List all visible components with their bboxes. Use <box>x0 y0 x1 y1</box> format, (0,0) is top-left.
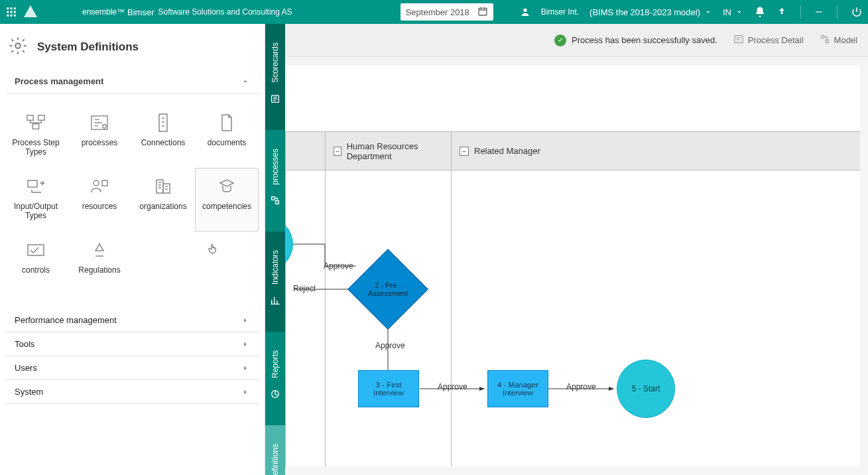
language-selector[interactable]: IN <box>723 7 743 17</box>
section-performance-management[interactable]: Performance management <box>5 308 259 332</box>
competencies-icon <box>217 175 237 198</box>
chevron-down-icon <box>735 8 743 16</box>
chevron-down-icon <box>704 8 712 16</box>
vtab-processes[interactable]: processes <box>265 130 285 232</box>
edge-label-approve-3: Approve <box>438 382 467 391</box>
lane-body-manager[interactable] <box>452 170 860 467</box>
main: System Definitions Process management Pr… <box>0 24 868 475</box>
lane-body-0[interactable] <box>286 170 326 467</box>
scorecards-icon <box>270 94 280 106</box>
processes-icon <box>90 111 109 134</box>
tile-processes[interactable]: processes <box>68 104 131 168</box>
vtab-indicators[interactable]: Indicators <box>265 232 285 332</box>
tile-organizations[interactable]: organizations <box>131 168 195 232</box>
logo-icon <box>23 3 76 21</box>
svg-rect-12 <box>816 11 822 12</box>
svg-rect-32 <box>826 40 828 42</box>
process-detail-label: Process Detail <box>748 35 804 45</box>
svg-rect-22 <box>156 180 163 193</box>
brand-label: ensemble™ <box>82 7 125 17</box>
tile-label: resources <box>80 202 120 211</box>
model-selector[interactable]: (BIMS the 2018-2023 model) <box>589 7 712 17</box>
tile-label: competencies <box>200 202 254 211</box>
svg-rect-0 <box>7 7 9 9</box>
indicators-icon <box>270 295 280 308</box>
company-name: Bimser <box>127 7 154 17</box>
svg-rect-4 <box>11 11 13 13</box>
resources-icon <box>90 175 109 198</box>
section-users[interactable]: Users <box>5 356 259 380</box>
process-detail-button[interactable]: Process Detail <box>733 34 804 46</box>
vtab-label: Scorecards <box>271 42 280 83</box>
date-picker[interactable]: September 2018 <box>401 3 493 21</box>
detail-icon <box>733 34 744 46</box>
tile-process-step-types[interactable]: Process Step Types <box>4 104 68 168</box>
svg-rect-19 <box>28 180 37 187</box>
svg-rect-23 <box>163 184 170 193</box>
svg-rect-7 <box>11 15 13 17</box>
lane-head-manager[interactable]: − Related Manager <box>452 132 860 170</box>
vtab-system-definitions[interactable]: System Definitions <box>265 425 285 475</box>
tile-connections[interactable]: Connections <box>131 104 195 168</box>
model-label: (BIMS the 2018-2023 model) <box>589 7 700 17</box>
minimize-icon[interactable] <box>814 7 824 17</box>
lane-label: Human Resources Department <box>347 141 443 161</box>
tile-competencies[interactable]: competencies <box>195 168 259 232</box>
vtab-reports[interactable]: Reports <box>265 332 285 425</box>
sidebar-title-row: System Definitions <box>0 24 265 70</box>
tile-io-types[interactable]: Input/Output Types <box>4 168 68 232</box>
save-status: ✓ Process has been successfully saved. <box>554 34 717 46</box>
vtab-scorecards[interactable]: Scorecards <box>265 24 285 130</box>
node-label: 4 - Manager Interview <box>491 381 545 397</box>
user-icon[interactable] <box>520 7 530 17</box>
vtab-label: System Definitions <box>271 444 280 475</box>
diagram-canvas[interactable]: − Human Resources Department − Related M… <box>285 65 860 467</box>
node-start[interactable]: 5 - Start <box>617 360 675 418</box>
collapse-icon[interactable]: − <box>334 147 341 156</box>
section-label: Users <box>15 363 37 373</box>
section-system[interactable]: System <box>5 380 259 404</box>
svg-rect-15 <box>38 115 44 121</box>
svg-rect-3 <box>7 11 9 13</box>
tile-regulations[interactable]: Regulations <box>68 232 131 295</box>
tile-label: controls <box>19 265 52 275</box>
section-label: System <box>15 387 43 397</box>
apps-menu-icon[interactable] <box>5 6 17 18</box>
gear-icon <box>8 36 28 58</box>
controls-icon <box>26 239 46 261</box>
node-pre-assessment[interactable]: 2 - Pre - Assessment <box>359 261 416 318</box>
collapse-icon[interactable]: − <box>460 147 469 156</box>
tile-controls[interactable]: controls <box>4 232 68 295</box>
tile-documents[interactable]: documents <box>195 104 259 168</box>
node-first-interview[interactable]: 3 - First Interview <box>358 370 419 407</box>
lane-head-0[interactable] <box>286 132 326 170</box>
process-step-types-icon <box>26 111 46 134</box>
section-tools[interactable]: Tools <box>5 332 259 356</box>
content-toolbar: ✓ Process has been successfully saved. P… <box>285 24 868 57</box>
upload-icon[interactable] <box>776 7 787 17</box>
brand-block: ensemble™ <box>23 3 125 21</box>
node-label: 3 - First Interview <box>361 381 416 397</box>
tile-label: Process Step Types <box>5 138 67 157</box>
model-button[interactable]: Model <box>820 34 857 46</box>
svg-rect-14 <box>27 115 33 121</box>
svg-rect-6 <box>7 15 9 17</box>
user-org-label[interactable]: Bimser Int. <box>541 7 579 17</box>
tile-label: documents <box>205 138 249 147</box>
tile-label: organizations <box>137 202 189 211</box>
tile-resources[interactable]: resources <box>68 168 131 232</box>
bell-icon[interactable] <box>754 6 766 18</box>
company-subtitle: Software Solutions and Consulting AS <box>158 7 292 17</box>
svg-point-13 <box>15 43 21 48</box>
status-text: Process has been successfully saved. <box>572 35 717 45</box>
section-process-management[interactable]: Process management <box>5 70 259 94</box>
tile-label: Regulations <box>76 265 123 275</box>
lane-head-hr[interactable]: − Human Resources Department <box>326 132 452 170</box>
vertical-tabs: Scorecards processes Indicators Reports … <box>265 24 285 475</box>
content-area: ✓ Process has been successfully saved. P… <box>285 24 868 475</box>
node-manager-interview[interactable]: 4 - Manager Interview <box>487 370 548 407</box>
section-label: Performance management <box>15 315 117 325</box>
edge-label-reject: Reject <box>293 284 316 293</box>
svg-rect-1 <box>11 7 13 9</box>
power-icon[interactable] <box>851 6 863 18</box>
